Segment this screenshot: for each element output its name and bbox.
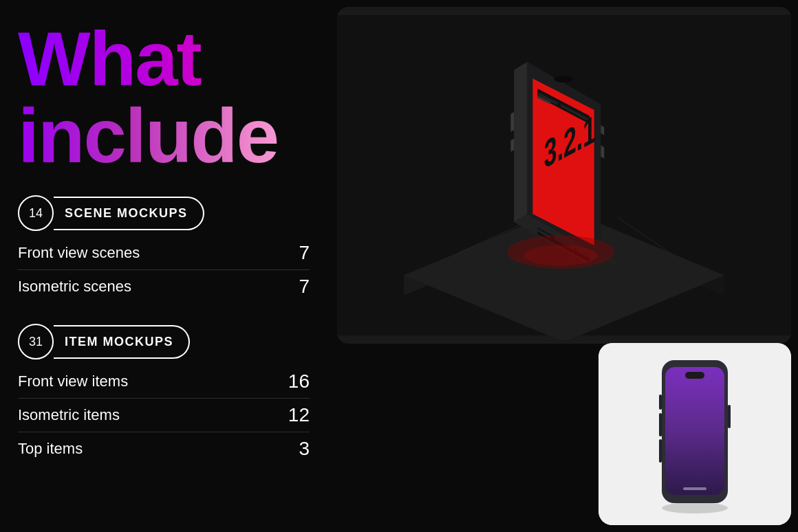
front-view-items-row: Front view items 16 xyxy=(18,365,310,399)
headline-line2: include xyxy=(18,98,310,175)
svg-rect-34 xyxy=(659,395,662,410)
isometric-scenes-count: 7 xyxy=(299,276,310,298)
scene-count-badge: 14 xyxy=(18,195,54,231)
svg-marker-22 xyxy=(510,112,514,132)
svg-point-38 xyxy=(662,502,728,513)
headline-line1: What xyxy=(18,21,310,98)
scene-badge-label: SCENE MOCKUPS xyxy=(54,197,204,230)
left-panel: What include 14 SCENE MOCKUPS Front view… xyxy=(0,0,330,532)
front-view-scenes-row: Front view scenes 7 xyxy=(18,236,310,270)
isometric-scenes-row: Isometric scenes 7 xyxy=(18,270,310,303)
light-scene-svg xyxy=(598,343,791,525)
main-mockup: 3.2.1 xyxy=(337,7,791,344)
front-view-scenes-label: Front view scenes xyxy=(18,244,140,262)
item-badge-row: 31 ITEM MOCKUPS xyxy=(18,324,310,359)
top-items-label: Top items xyxy=(18,440,83,458)
dark-scene-svg: 3.2.1 xyxy=(337,10,791,340)
svg-rect-32 xyxy=(685,372,704,379)
svg-rect-36 xyxy=(659,439,662,463)
svg-rect-31 xyxy=(665,367,724,495)
top-items-count: 3 xyxy=(299,438,310,460)
front-view-items-count: 16 xyxy=(288,370,310,392)
headline: What include xyxy=(18,21,310,175)
right-panel: 3.2.1 xyxy=(330,0,798,532)
svg-marker-8 xyxy=(514,62,527,222)
svg-rect-35 xyxy=(659,413,662,436)
svg-marker-23 xyxy=(510,139,514,152)
isometric-items-label: Isometric items xyxy=(18,406,120,424)
isometric-scenes-label: Isometric scenes xyxy=(18,278,131,296)
isometric-items-row: Isometric items 12 xyxy=(18,399,310,432)
front-view-items-label: Front view items xyxy=(18,373,128,390)
front-view-scenes-count: 7 xyxy=(299,242,310,264)
item-count-badge: 31 xyxy=(18,324,54,359)
item-mockups-section: 31 ITEM MOCKUPS Front view items 16 Isom… xyxy=(18,324,310,465)
scene-badge-row: 14 SCENE MOCKUPS xyxy=(18,195,310,231)
svg-rect-33 xyxy=(683,487,707,490)
item-badge-label: ITEM MOCKUPS xyxy=(54,325,190,359)
svg-point-17 xyxy=(554,76,572,82)
svg-rect-37 xyxy=(728,405,731,428)
isometric-items-count: 12 xyxy=(288,404,310,426)
svg-point-27 xyxy=(524,245,598,265)
top-items-row: Top items 3 xyxy=(18,432,310,465)
scene-mockups-section: 14 SCENE MOCKUPS Front view scenes 7 Iso… xyxy=(18,195,310,303)
svg-marker-25 xyxy=(601,145,604,158)
secondary-mockup xyxy=(598,343,791,525)
